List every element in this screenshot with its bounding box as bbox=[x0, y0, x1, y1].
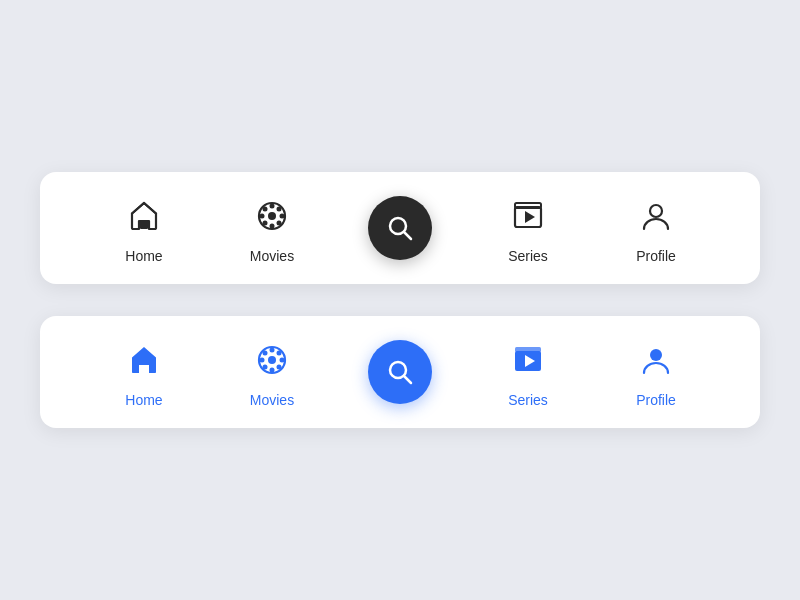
svg-point-26 bbox=[277, 351, 282, 356]
nav-item-series[interactable]: Series bbox=[488, 192, 568, 264]
profile-icon-wrap-blue bbox=[632, 336, 680, 384]
home-icon bbox=[126, 198, 162, 234]
home-label: Home bbox=[125, 248, 162, 264]
home-icon-wrap bbox=[120, 192, 168, 240]
series-icon-blue bbox=[510, 342, 546, 378]
nav-item-home-blue[interactable]: Home bbox=[104, 336, 184, 408]
nav-item-movies-blue[interactable]: Movies bbox=[232, 336, 312, 408]
home-icon-wrap-blue bbox=[120, 336, 168, 384]
movies-icon-wrap-blue bbox=[248, 336, 296, 384]
movies-icon-wrap bbox=[248, 192, 296, 240]
navbar-dark: Home Movies bbox=[40, 172, 760, 284]
svg-point-22 bbox=[280, 358, 285, 363]
nav-item-search-blue[interactable] bbox=[360, 340, 440, 404]
svg-point-7 bbox=[263, 207, 268, 212]
home-icon-blue bbox=[126, 342, 162, 378]
nav-item-series-blue[interactable]: Series bbox=[488, 336, 568, 408]
nav-item-profile[interactable]: Profile bbox=[616, 192, 696, 264]
svg-point-10 bbox=[277, 207, 282, 212]
svg-line-12 bbox=[404, 232, 411, 239]
svg-point-24 bbox=[277, 365, 282, 370]
svg-point-4 bbox=[270, 224, 275, 229]
series-icon-wrap-blue bbox=[504, 336, 552, 384]
profile-icon-wrap bbox=[632, 192, 680, 240]
film-reel-icon-blue bbox=[254, 342, 290, 378]
nav-item-profile-blue[interactable]: Profile bbox=[616, 336, 696, 408]
movies-label-blue: Movies bbox=[250, 392, 294, 408]
search-icon-wrap bbox=[368, 196, 432, 260]
film-reel-icon bbox=[254, 198, 290, 234]
series-icon-wrap bbox=[504, 192, 552, 240]
home-label-blue: Home bbox=[125, 392, 162, 408]
nav-item-home[interactable]: Home bbox=[104, 192, 184, 264]
svg-point-20 bbox=[270, 368, 275, 373]
svg-line-28 bbox=[404, 376, 411, 383]
nav-item-search[interactable] bbox=[360, 196, 440, 260]
svg-point-16 bbox=[650, 205, 662, 217]
series-icon bbox=[510, 198, 546, 234]
svg-point-25 bbox=[263, 365, 268, 370]
svg-point-6 bbox=[280, 214, 285, 219]
search-icon bbox=[385, 213, 415, 243]
svg-point-2 bbox=[268, 212, 276, 220]
search-icon-wrap-blue bbox=[368, 340, 432, 404]
profile-label: Profile bbox=[636, 248, 676, 264]
nav-item-movies[interactable]: Movies bbox=[232, 192, 312, 264]
svg-marker-15 bbox=[525, 211, 535, 223]
svg-point-32 bbox=[650, 349, 662, 361]
svg-point-5 bbox=[260, 214, 265, 219]
svg-rect-0 bbox=[140, 221, 148, 229]
series-label-blue: Series bbox=[508, 392, 548, 408]
profile-label-blue: Profile bbox=[636, 392, 676, 408]
svg-point-9 bbox=[263, 221, 268, 226]
svg-point-3 bbox=[270, 204, 275, 209]
navbar-blue: Home Movies bbox=[40, 316, 760, 428]
series-label: Series bbox=[508, 248, 548, 264]
svg-point-23 bbox=[263, 351, 268, 356]
profile-icon bbox=[638, 198, 674, 234]
svg-point-8 bbox=[277, 221, 282, 226]
search-icon-blue bbox=[385, 357, 415, 387]
svg-point-21 bbox=[260, 358, 265, 363]
svg-rect-30 bbox=[515, 347, 541, 352]
svg-rect-14 bbox=[515, 203, 541, 208]
svg-point-18 bbox=[268, 356, 276, 364]
profile-icon-blue bbox=[638, 342, 674, 378]
svg-point-19 bbox=[270, 348, 275, 353]
movies-label: Movies bbox=[250, 248, 294, 264]
